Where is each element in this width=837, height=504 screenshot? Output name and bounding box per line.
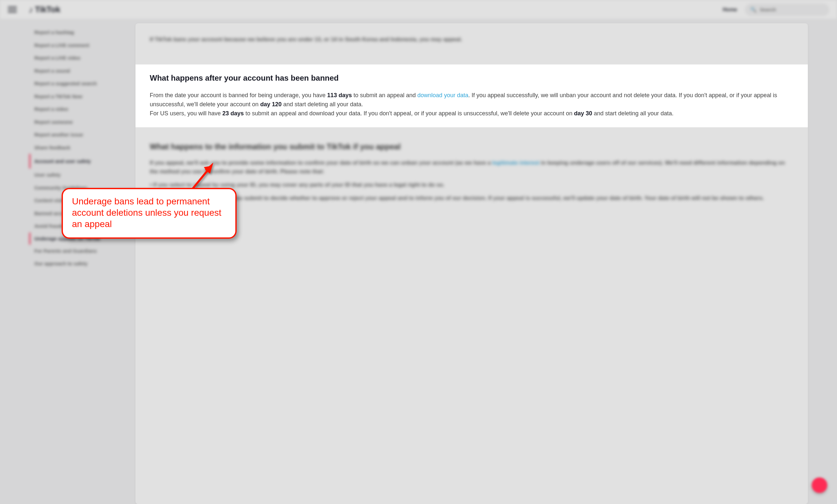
paragraph: If you appeal, we'll ask you to provide … (150, 158, 794, 176)
sidebar-item[interactable]: Report a sound (29, 64, 126, 77)
days-23: 23 days (222, 110, 244, 117)
brand-logo[interactable]: ♪ TikTok (29, 4, 60, 15)
section-heading: What happens to the information you subm… (150, 142, 794, 151)
intro-paragraph: If TikTok bans your account because we b… (150, 35, 794, 44)
search-placeholder: Search (760, 7, 776, 12)
article-main: If TikTok bans your account because we b… (136, 23, 808, 504)
brand-name: TikTok (35, 4, 60, 15)
search-icon: 🔍 (750, 6, 756, 13)
day-120: day 120 (260, 101, 282, 108)
highlighted-section: What happens after your account has been… (136, 64, 808, 127)
annotation-text: Underage bans lead to permanent account … (72, 195, 226, 230)
hamburger-menu-icon[interactable] (8, 5, 17, 14)
sidebar-item[interactable]: Report a LIVE comment (29, 39, 126, 52)
section-heading: What happens after your account has been… (150, 74, 794, 82)
help-sidebar: Report a hashtag Report a LIVE comment R… (29, 23, 126, 504)
help-fab-button[interactable] (812, 478, 827, 493)
sidebar-item[interactable]: Report a LIVE video (29, 52, 126, 64)
sidebar-item[interactable]: Report someone (29, 116, 126, 129)
sidebar-item[interactable]: Our approach to safety (29, 257, 126, 270)
musical-note-icon: ♪ (29, 4, 33, 15)
days-113: 113 days (327, 92, 352, 98)
sidebar-item[interactable]: User safety (29, 168, 126, 181)
annotation-callout: Underage bans lead to permanent account … (61, 188, 237, 239)
nav-home-link[interactable]: Home (723, 7, 737, 13)
sidebar-item[interactable]: Report a video (29, 103, 126, 116)
search-input[interactable]: 🔍 Search (745, 3, 829, 16)
sidebar-item[interactable]: Report a hashtag (29, 26, 126, 39)
sidebar-section-heading[interactable]: Account and user safety (29, 154, 126, 168)
legitimate-interest-link[interactable]: legitimate interest (492, 160, 539, 166)
site-header: ♪ TikTok Home 🔍 Search (0, 0, 837, 19)
bullet: • If you select to appeal by using your … (150, 181, 794, 189)
sidebar-item[interactable]: Report a suggested search (29, 77, 126, 90)
day-30: day 30 (574, 110, 592, 117)
next-section: What happens to the information you subm… (150, 142, 794, 203)
sidebar-item[interactable]: Report another issue (29, 128, 126, 141)
section-body: From the date your account is banned for… (150, 91, 794, 118)
download-data-link[interactable]: download your data (417, 92, 468, 98)
sidebar-item[interactable]: For Parents and Guardians (29, 245, 126, 258)
bullet: • We'll only use the information you sub… (150, 194, 794, 202)
sidebar-item[interactable]: Share feedback (29, 141, 126, 154)
sidebar-item[interactable]: Report a TikTok Now (29, 90, 126, 103)
